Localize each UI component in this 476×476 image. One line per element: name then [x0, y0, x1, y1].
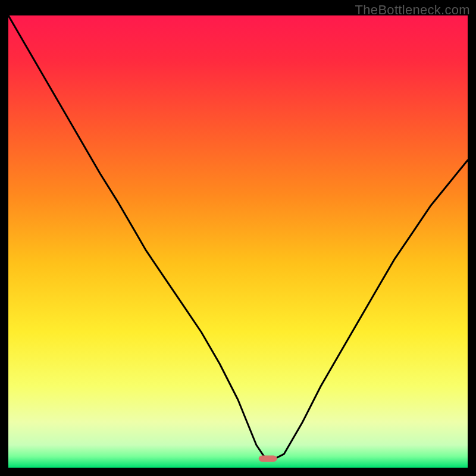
bottleneck-chart [0, 0, 476, 476]
chart-container: TheBottleneck.com [0, 0, 476, 476]
watermark-text: TheBottleneck.com [355, 2, 470, 18]
optimal-marker [259, 456, 277, 462]
